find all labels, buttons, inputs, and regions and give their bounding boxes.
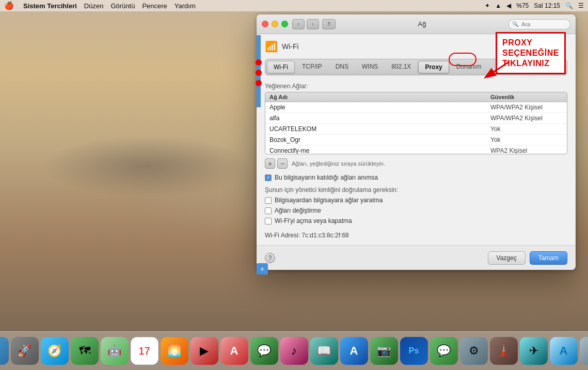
maximize-button[interactable] — [281, 21, 288, 27]
dock-icon-system-prefs[interactable]: ⚙ — [460, 337, 488, 365]
drag-hint: Ağları, yeğlediğiniz sıraya sürükleyin. — [292, 160, 385, 167]
wifi-address-value: 7c:d1:c3:8c:2f:68 — [301, 232, 348, 239]
back-button[interactable]: ‹ — [292, 19, 305, 29]
toggle-wifi-row[interactable]: Wi-Fi'yi açma veya kapatma — [265, 217, 567, 224]
table-row[interactable]: Apple WPA/WPA2 Kişisel — [265, 102, 567, 113]
menubar-left: 🍎 Sistem Tercihleri Düzen Görüntü Pencer… — [4, 1, 196, 10]
tab-wins[interactable]: WINS — [356, 61, 384, 73]
battery-indicator: %75 — [516, 2, 529, 9]
red-dot-1 — [256, 59, 262, 66]
change-networks-row[interactable]: Ağları değiştirme — [265, 207, 567, 214]
create-networks-row[interactable]: Bilgisayardan bilgisayara ağlar yaratma — [265, 197, 567, 204]
volume-icon: ◀ — [506, 2, 511, 9]
table-row[interactable]: Connectify-me WPA2 Kişisel — [265, 146, 567, 154]
annotation-line2: SEÇENEĞİNE — [502, 48, 559, 58]
dock-icon-appstore2[interactable]: A — [550, 337, 578, 365]
network-security: Yok — [490, 136, 563, 143]
annotation-container: PROXY SEÇENEĞİNE TIKLAYINIZ — [496, 32, 566, 74]
dock-icon-vectorize[interactable]: A — [220, 337, 248, 365]
menubar: 🍎 Sistem Tercihleri Düzen Görüntü Pencer… — [0, 0, 588, 11]
clock: Sal 12:15 — [534, 2, 560, 9]
dock-icon-trash[interactable]: 🗑 — [580, 337, 589, 365]
tab-8021x[interactable]: 802.1X — [385, 61, 417, 73]
remember-networks-label: Bu bilgisayarın katıldığı ağları anımsa — [275, 174, 378, 181]
checkbox-checkmark: ✓ — [266, 175, 271, 180]
tab-tcpip[interactable]: TCP/IP — [296, 61, 328, 73]
tab-wifi[interactable]: Wi-Fi — [267, 61, 295, 73]
table-row[interactable]: Bozok_Ogr Yok — [265, 135, 567, 146]
svg-line-1 — [486, 61, 510, 77]
window-titlebar: ‹ › ⠿ Ağ 🔍 — [257, 14, 576, 34]
network-table: Ağ Adı Güvenlik Apple WPA/WPA2 Kişisel a… — [265, 92, 567, 154]
tab-dns[interactable]: DNS — [329, 61, 355, 73]
minimize-button[interactable] — [272, 21, 278, 27]
menubar-goruntu[interactable]: Görüntü — [110, 2, 135, 10]
admin-section-label: Şunun için yönetici kimliğini doğrulama … — [265, 186, 567, 194]
dock-icon-quicktime[interactable]: ▶ — [190, 337, 218, 365]
change-networks-checkbox[interactable] — [265, 207, 272, 214]
help-button[interactable]: ? — [265, 253, 275, 263]
wifi-symbol-icon: 📶 — [265, 40, 278, 53]
network-name: Bozok_Ogr — [269, 136, 490, 143]
table-row[interactable]: alfa WPA/WPA2 Kişisel — [265, 113, 567, 124]
wifi-section-label: Wi-Fi — [282, 42, 299, 51]
menubar-sistem-tercihleri[interactable]: Sistem Tercihleri — [23, 2, 77, 10]
window-nav: ‹ › — [292, 19, 319, 29]
network-security: WPA/WPA2 Kişisel — [490, 115, 563, 122]
menubar-pencere[interactable]: Pencere — [142, 2, 167, 10]
dock-icon-tower[interactable]: 🗼 — [490, 337, 518, 365]
dock-icon-launchpad[interactable]: 🚀 — [11, 337, 39, 365]
ok-button[interactable]: Tamam — [530, 251, 567, 265]
add-network-button[interactable]: + — [265, 158, 275, 169]
desktop: 🍎 Sistem Tercihleri Düzen Görüntü Pencer… — [0, 0, 588, 370]
dock-icon-photos[interactable]: 🌅 — [161, 337, 188, 365]
notification-icon[interactable]: ☰ — [578, 2, 584, 9]
add-network-sidebar-btn[interactable]: + — [257, 263, 268, 275]
table-header: Ağ Adı Güvenlik — [265, 92, 567, 102]
menubar-yardim[interactable]: Yardım — [174, 2, 196, 10]
dock-icon-wiredcraft[interactable]: ✈ — [520, 337, 548, 365]
dock-icon-maps[interactable]: 🗺 — [71, 337, 99, 365]
dock: 🖥 🚀 🧭 🗺 🤖 17 🌅 ▶ A 💬 ♪ — [0, 331, 588, 370]
dock-icon-calendar[interactable]: 17 — [131, 337, 158, 365]
network-name: UCARTELEKOM — [269, 125, 490, 133]
forward-button[interactable]: › — [307, 19, 319, 29]
table-row[interactable]: UCARTELEKOM Yok — [265, 124, 567, 135]
tab-proxy[interactable]: Proxy — [418, 61, 449, 73]
dock-icon-photoshop[interactable]: Ps — [400, 337, 428, 365]
menubar-right: ✦ ▲ ◀ %75 Sal 12:15 🔍 ☰ — [485, 2, 584, 9]
dock-icon-itunes[interactable]: ♪ — [280, 337, 308, 365]
spotlight-icon[interactable]: 🔍 — [565, 2, 573, 9]
dock-icon-android[interactable]: 🤖 — [101, 337, 129, 365]
change-networks-label: Ağları değiştirme — [275, 207, 321, 214]
dock-icon-appstore[interactable]: A — [340, 337, 368, 365]
red-dot-3 — [256, 80, 262, 86]
dock-icon-finder[interactable]: 🖥 — [0, 337, 9, 365]
remember-networks-row[interactable]: ✓ Bu bilgisayarın katıldığı ağları anıms… — [265, 174, 567, 181]
dock-icon-wechat[interactable]: 💬 — [430, 337, 458, 365]
remember-checkbox[interactable]: ✓ — [265, 174, 272, 181]
create-networks-checkbox[interactable] — [265, 197, 272, 204]
dock-icon-safari[interactable]: 🧭 — [41, 337, 69, 365]
bluetooth-icon: ✦ — [485, 2, 490, 9]
dock-icon-ibooks[interactable]: 📖 — [310, 337, 338, 365]
toggle-wifi-checkbox[interactable] — [265, 218, 272, 224]
col-header-name: Ağ Adı — [269, 94, 490, 100]
footer-buttons: Vazgeç Tamam — [488, 251, 567, 265]
grid-view-button[interactable]: ⠿ — [322, 19, 336, 29]
cancel-button[interactable]: Vazgeç — [488, 251, 526, 265]
remove-network-button[interactable]: − — [277, 158, 288, 169]
apple-menu[interactable]: 🍎 — [4, 1, 14, 10]
network-security: WPA/WPA2 Kişisel — [490, 104, 563, 111]
search-icon: 🔍 — [512, 21, 518, 27]
table-controls: + − Ağları, yeğlediğiniz sıraya sürükley… — [265, 158, 567, 169]
dock-icon-facetime[interactable]: 📷 — [370, 337, 398, 365]
dock-icon-messages[interactable]: 💬 — [250, 337, 278, 365]
annotation-arrow — [481, 59, 512, 82]
menubar-duzen[interactable]: Düzen — [84, 2, 104, 10]
networks-section-label: Yeğlenen Ağlar: — [265, 83, 567, 90]
col-header-security: Güvenlik — [490, 94, 563, 100]
network-security: WPA2 Kişisel — [490, 147, 563, 154]
window-footer: ? Vazgeç Tamam — [257, 245, 576, 270]
close-button[interactable] — [262, 21, 268, 27]
